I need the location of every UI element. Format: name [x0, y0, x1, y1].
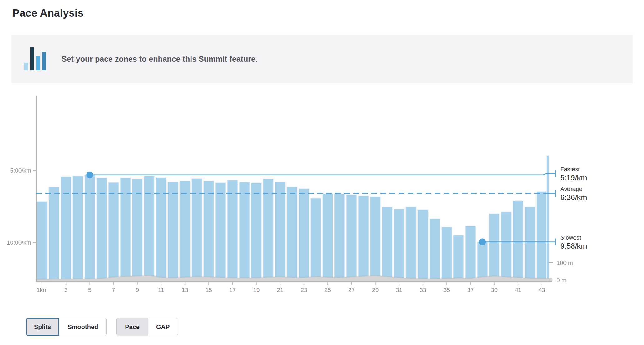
- average-value: 6:36/km: [560, 193, 587, 202]
- pace-bar-km-16[interactable]: [215, 182, 226, 281]
- banner-message: Set your pace zones to enhance this Summ…: [62, 55, 258, 64]
- icon-bar: [24, 63, 28, 70]
- pace-bar-km-33[interactable]: [418, 210, 428, 282]
- metric-toggle: Pace GAP: [116, 318, 178, 336]
- pace-bar-km-18[interactable]: [239, 182, 250, 281]
- x-axis-label: 39: [491, 287, 498, 293]
- pace-bar-km-36[interactable]: [453, 235, 464, 281]
- y-axis-label: 5:00/km: [10, 167, 31, 174]
- slowest-marker-dot[interactable]: [479, 238, 486, 245]
- average-label: Average: [560, 186, 582, 192]
- pace-bar-km-26[interactable]: [334, 194, 345, 281]
- fastest-value: 5:19/km: [560, 173, 587, 182]
- fastest-line: [90, 174, 555, 175]
- icon-bar: [30, 47, 34, 70]
- pace-bar-km-31[interactable]: [394, 209, 404, 281]
- x-axis-label: 29: [372, 287, 379, 293]
- pace-bar-km-42[interactable]: [525, 207, 535, 281]
- pace-zones-chart-icon: [24, 47, 46, 70]
- pace-bar-km-35[interactable]: [441, 227, 452, 281]
- x-axis-label: 19: [253, 287, 260, 293]
- pace-bar-km-19[interactable]: [251, 183, 262, 281]
- pace-bar-km-4[interactable]: [72, 176, 83, 281]
- x-axis-label: 41: [515, 287, 521, 293]
- pace-bar-km-32[interactable]: [406, 207, 416, 281]
- x-axis-label: 9: [136, 287, 139, 293]
- fastest-marker-dot[interactable]: [86, 172, 93, 178]
- x-axis-label: 7: [112, 287, 115, 293]
- splits-button[interactable]: Splits: [26, 318, 59, 336]
- x-axis-label: 31: [396, 287, 402, 293]
- pace-bar-km-2[interactable]: [49, 187, 59, 281]
- pace-bar-km-23[interactable]: [299, 189, 309, 282]
- gap-button[interactable]: GAP: [148, 318, 178, 336]
- pace-bar-km-1[interactable]: [37, 201, 47, 281]
- pace-bar-km-39[interactable]: [489, 214, 500, 281]
- x-axis-label: 11: [158, 287, 164, 293]
- x-axis-label: 27: [348, 287, 355, 293]
- pace-bar-km-12[interactable]: [168, 182, 178, 281]
- pace-bar-km-13[interactable]: [180, 181, 190, 281]
- pace-bar-km-28[interactable]: [358, 196, 369, 281]
- pace-bar-km-38[interactable]: [477, 242, 488, 282]
- icon-bar: [42, 52, 46, 70]
- pace-bar-km-41[interactable]: [513, 201, 523, 281]
- elevation-axis-label: 100 m: [557, 260, 573, 266]
- page-title: Pace Analysis: [12, 7, 83, 19]
- x-axis-label: 43: [538, 287, 545, 293]
- y-axis-label: 10:00/km: [7, 239, 31, 246]
- pace-bar-km-10[interactable]: [144, 176, 155, 281]
- x-axis-label: 33: [419, 287, 426, 293]
- fastest-label: Fastest: [560, 166, 580, 172]
- x-axis-label: 1km: [37, 287, 48, 293]
- x-axis-label: 17: [229, 287, 236, 293]
- split-bars: [37, 155, 549, 281]
- elevation-axis-label: 0 m: [557, 277, 567, 284]
- smoothed-button[interactable]: Smoothed: [59, 318, 106, 336]
- x-axis-label: 15: [206, 287, 212, 293]
- pace-bar-km-14[interactable]: [191, 178, 202, 281]
- pace-bar-km-43[interactable]: [537, 191, 547, 281]
- x-axis-label: 5: [88, 287, 92, 293]
- pace-bar-km-29[interactable]: [370, 197, 381, 281]
- x-axis-label: 23: [301, 287, 307, 293]
- x-axis-label: 3: [64, 287, 68, 293]
- pace-bar-km-5[interactable]: [84, 175, 95, 281]
- pace-bar-km-17[interactable]: [227, 180, 238, 281]
- x-axis-label: 25: [324, 287, 331, 293]
- x-axis-label: 21: [277, 287, 283, 293]
- pace-bar-km-37[interactable]: [465, 226, 476, 281]
- pace-bar-km-24[interactable]: [310, 198, 321, 281]
- pace-bar-km-9[interactable]: [132, 179, 143, 281]
- icon-bar: [36, 56, 40, 70]
- x-axis-label: 35: [443, 287, 450, 293]
- slowest-value: 9:58/km: [560, 242, 587, 250]
- pace-bar-km-3[interactable]: [61, 177, 71, 281]
- pace-bar-km-27[interactable]: [346, 195, 357, 281]
- pace-bar-km-25[interactable]: [322, 194, 333, 281]
- pace-bar-km-21[interactable]: [275, 182, 285, 281]
- slowest-label: Slowest: [560, 234, 581, 241]
- summit-upsell-banner: Set your pace zones to enhance this Summ…: [11, 35, 633, 83]
- pace-bar-km-7[interactable]: [108, 182, 119, 282]
- view-toggle: Splits Smoothed: [26, 318, 107, 336]
- pace-bar-km-40[interactable]: [501, 212, 512, 281]
- pace-bar-km-34[interactable]: [429, 219, 440, 281]
- x-axis-label: 37: [467, 287, 474, 293]
- x-axis-label: 13: [182, 287, 188, 293]
- pace-button[interactable]: Pace: [117, 318, 148, 336]
- pace-bar-km-15[interactable]: [203, 181, 214, 281]
- chart-controls: Splits Smoothed Pace GAP: [26, 318, 178, 336]
- pace-bar-km-20[interactable]: [263, 179, 274, 281]
- pace-bar-km-30[interactable]: [382, 207, 393, 281]
- pace-bar-km-22[interactable]: [287, 187, 297, 281]
